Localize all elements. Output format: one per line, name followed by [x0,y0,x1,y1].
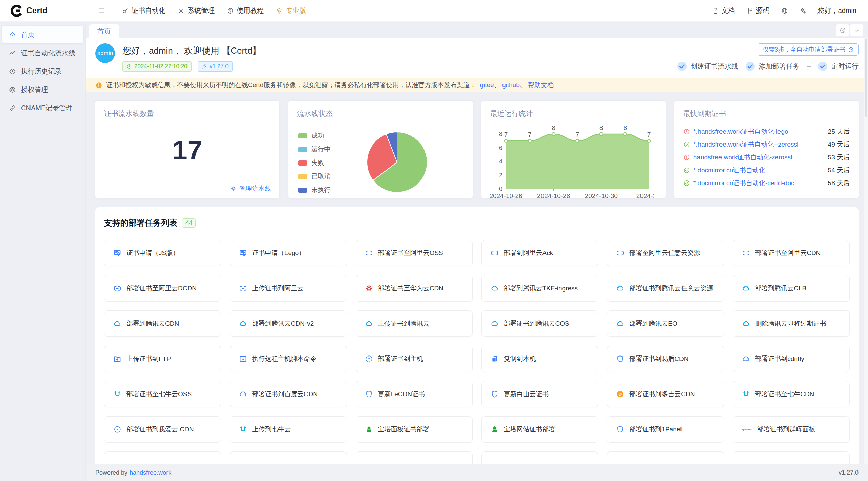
task-card[interactable]: 部署证书至阿里云CDN [733,240,850,266]
legend-item-4[interactable]: 未执行 [298,186,331,194]
task-card[interactable]: 部署到腾讯云CDN-v2 [230,310,347,337]
task-card[interactable]: 上传证书到腾讯云 [356,310,473,337]
scrollbar[interactable] [864,38,868,481]
svg-text:2: 2 [499,172,502,179]
brand: Certd [0,4,86,17]
language-button[interactable] [781,7,788,14]
task-card[interactable]: 部署证书到百度云CDN [230,381,347,407]
task-card[interactable]: 部署证书至七牛CDN [733,381,850,407]
task-card[interactable]: D部署证书到多吉云CDN [607,381,724,407]
task-card[interactable]: 部署至阿里云任意云资源 [607,240,724,266]
quick-steps: 创建证书流水线添加部署任务–定时运行 [677,62,859,71]
nav-item-gear[interactable]: 系统管理 [172,3,221,19]
task-card[interactable]: 部署证书到cdnfly [733,346,850,372]
sidebar-item-history[interactable]: 执行历史记录 [2,62,83,80]
task-card[interactable]: 上传到七牛云 [230,416,347,443]
task-card[interactable]: 部署证书到易盾CDN [607,346,724,372]
baota-icon [491,425,499,434]
source-link[interactable]: 源码 [747,6,770,15]
task-card[interactable]: 证书申请（Lego） [230,240,347,266]
task-card[interactable]: 部署证书到1Panel [607,416,724,443]
task-card[interactable]: 部署证书到主机 [356,346,473,372]
task-card[interactable]: 更新白山云证书 [481,381,598,407]
task-card[interactable]: 部署证书至七牛云OSS [104,381,221,407]
task-card[interactable]: 复制到本机 [481,346,598,372]
tencent-icon [616,320,624,328]
task-card[interactable]: 部署证书到腾讯云任意云资源 [607,275,724,302]
sidebar-item-chartline[interactable]: 证书自动化流水线 [2,44,83,62]
card-title: 最近运行统计 [490,109,657,118]
task-card[interactable]: 部署证书到腾讯云COS [481,310,598,337]
cert-link[interactable]: *.docmirror.cn证书自动化-certd-doc [693,179,822,188]
expiring-cert-row: *.handsfree.work证书自动化-lego25 天后 [683,125,850,138]
task-card[interactable]: 部署到腾讯云CDN [104,310,221,337]
legend-item-1[interactable]: 运行中 [298,145,331,154]
stats-row: 证书流水线数量 17 管理流水线 流水线状态 成功运行中失败已取消未执行 最 [86,92,868,207]
user-greeting[interactable]: 您好，admin [818,6,856,15]
task-card[interactable]: 宝塔网站证书部署 [481,416,598,443]
scrollbar-thumb[interactable] [865,39,867,117]
task-card[interactable]: 部署到腾讯云CLB [733,275,850,302]
cert-link[interactable]: handsfree.work证书自动化-zerossl [693,153,822,162]
task-card[interactable]: 部署到阿里云Ack [481,240,598,266]
nav-item-key[interactable]: 证书自动化 [116,3,172,19]
handsfree-link[interactable]: handsfree.work [130,469,171,476]
nav-item-vip[interactable]: 专业版 [270,3,312,19]
guide-badge[interactable]: 仅需3步，全自动申请部署证书 [758,43,859,56]
aliyun-icon [365,249,373,257]
tab-home[interactable]: 首页 [89,24,119,38]
warning-circle-icon [683,154,690,161]
task-card[interactable]: 部署证书至阿里云DCDN [104,275,221,302]
cert-link[interactable]: *.handsfree.work证书自动化-lego [693,127,822,136]
task-card[interactable]: 证书申请（JS版） [104,240,221,266]
pipeline-status-card: 流水线状态 成功运行中失败已取消未执行 [288,101,472,198]
banner-link-github[interactable]: github [502,81,520,89]
cert-icon [113,249,121,257]
task-grid: 证书申请（JS版）证书申请（Lego）部署证书至阿里云OSS部署到阿里云Ack部… [104,240,850,478]
nav-item-question[interactable]: 使用教程 [221,3,270,19]
home-icon [9,31,16,38]
svg-text:D: D [619,392,622,396]
sidebar-item-link[interactable]: CNAME记录管理 [2,99,83,117]
task-card[interactable]: 部署到腾讯云EO [607,310,724,337]
close-tabs-button[interactable] [836,24,849,36]
cert-link[interactable]: *.handsfree.work证书自动化--zerossl [693,140,822,149]
task-card[interactable]: 上传证书到FTP [104,346,221,372]
legend-item-3[interactable]: 已取消 [298,172,331,181]
svg-text:8: 8 [599,124,603,131]
key-icon [122,7,129,14]
date-badge: 2024-11-02 22:10:20 [122,61,192,72]
task-card[interactable]: 删除腾讯云即将过期证书 [733,310,850,337]
task-card[interactable]: 部署证书至阿里云OSS [356,240,473,266]
legend-item-0[interactable]: 成功 [298,131,331,140]
theme-button[interactable] [800,7,806,14]
task-card[interactable]: 更新LeCDN证书 [356,381,473,407]
task-card[interactable]: 宝塔面板证书部署 [356,416,473,443]
legend-chip [298,188,307,193]
sparkles-icon [800,7,806,14]
task-card[interactable]: 部署到腾讯云TKE-ingress [481,275,598,302]
sidebar-item-target[interactable]: 授权管理 [2,81,83,98]
tabs-dropdown-button[interactable] [850,24,863,36]
task-card[interactable]: 部署证书到我爱云 CDN [104,416,221,443]
qiniu-icon [239,425,247,434]
manage-pipelines-link[interactable]: 管理流水线 [230,184,271,193]
task-card[interactable]: 上传证书到阿里云 [230,275,347,302]
svg-text:7: 7 [504,131,508,138]
gear-icon [178,7,184,14]
task-card[interactable]: λ执行远程主机脚本命令 [230,346,347,372]
check-circle-icon [818,62,827,71]
check-circle-icon [746,62,755,71]
card-title: 证书流水线数量 [104,109,271,118]
banner-link-帮助文档[interactable]: 帮助文档 [528,81,554,89]
sidebar-item-home[interactable]: 首页 [2,26,83,43]
docs-link[interactable]: 文档 [712,6,735,15]
task-card[interactable]: Synology部署证书到群晖面板 [733,416,850,443]
banner-link-gitee[interactable]: gitee [480,81,494,89]
sidebar-collapse-button[interactable] [98,7,105,15]
task-card[interactable]: 部署证书至华为云CDN [356,275,473,302]
cert-link[interactable]: *.docmirror.cn证书自动化 [693,166,822,175]
legend-item-2[interactable]: 失败 [298,158,331,167]
synology-icon: Synology [742,424,752,435]
check-circle-icon [677,62,687,71]
